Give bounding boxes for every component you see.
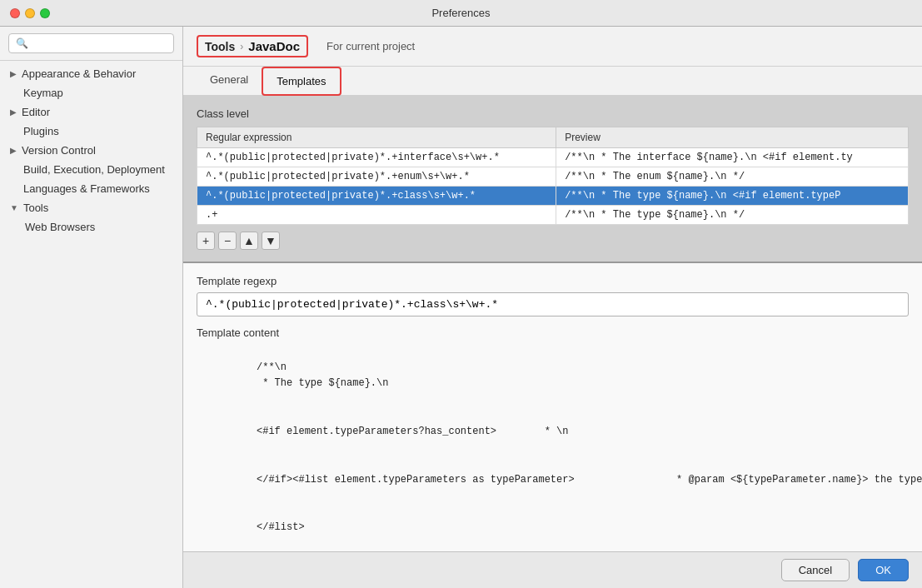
- code-line-1: /**\n: [257, 361, 287, 373]
- sidebar-item-label: Appearance & Behavior: [22, 67, 136, 80]
- sidebar-item-label: Plugins: [23, 125, 59, 137]
- preview-cell: /**\n * The type ${name}.\n <#if element…: [556, 187, 909, 206]
- remove-row-button[interactable]: −: [218, 232, 237, 250]
- template-regexp-label: Template regexp: [197, 275, 909, 287]
- sidebar-item-build[interactable]: Build, Execution, Deployment: [0, 160, 182, 179]
- cancel-button[interactable]: Cancel: [781, 559, 850, 581]
- table-toolbar: + − ▲ ▼: [197, 232, 909, 250]
- sidebar-item-version-control[interactable]: ▶ Version Control: [0, 141, 182, 160]
- table-row[interactable]: ^.*(public|protected|private)*.+enum\s+\…: [197, 167, 909, 187]
- breadcrumb: Tools › JavaDoc: [197, 35, 308, 57]
- for-project-label: For current project: [326, 40, 415, 52]
- regex-cell: ^.*(public|protected|private)*.+class\s+…: [197, 187, 556, 206]
- minimize-button[interactable]: [25, 8, 35, 18]
- col-header-preview: Preview: [556, 127, 909, 148]
- template-content-label: Template content: [197, 326, 909, 339]
- sidebar-item-editor[interactable]: ▶ Editor: [0, 102, 182, 122]
- template-regexp-input[interactable]: [197, 292, 909, 316]
- sidebar-item-tools[interactable]: ▼ Tools: [0, 198, 182, 217]
- code-line-3: <#if element.typeParameters?has_content>…: [257, 426, 568, 437]
- tab-label: General: [210, 73, 248, 86]
- footer-bar: Cancel OK: [183, 551, 922, 588]
- code-line-4: </#if><#list element.typeParameters as t…: [257, 474, 922, 486]
- tab-templates[interactable]: Templates: [262, 67, 341, 96]
- tab-label: Templates: [277, 75, 326, 87]
- search-bar: [0, 27, 182, 61]
- ok-button[interactable]: OK: [858, 559, 909, 581]
- code-line-5: </#list>: [257, 521, 305, 533]
- template-content-area: /**\n * The type ${name}.\n <#if element…: [197, 344, 909, 551]
- move-up-button[interactable]: ▲: [240, 232, 258, 250]
- class-level-label: Class level: [197, 107, 909, 120]
- sidebar-item-label: Keymap: [23, 87, 63, 99]
- sidebar-item-label: Tools: [23, 202, 48, 214]
- expand-arrow-icon: ▶: [10, 146, 17, 155]
- table-row[interactable]: .+ /**\n * The type ${name}.\n */: [197, 206, 909, 225]
- window-title-bar: Preferences: [0, 0, 922, 27]
- code-line-2: * The type ${name}.\n: [257, 377, 388, 389]
- regex-cell: ^.*(public|protected|private)*.+interfac…: [197, 148, 556, 167]
- expand-arrow-icon: ▶: [10, 69, 17, 78]
- table-row[interactable]: ^.*(public|protected|private)*.+interfac…: [197, 148, 909, 167]
- regex-cell: .+: [197, 206, 556, 225]
- preview-cell: /**\n * The enum ${name}.\n */: [556, 167, 909, 187]
- search-input[interactable]: [8, 33, 174, 53]
- sidebar-item-label: Editor: [22, 106, 50, 118]
- sidebar-item-web-browsers[interactable]: Web Browsers: [0, 217, 182, 237]
- regex-cell: ^.*(public|protected|private)*.+enum\s+\…: [197, 167, 556, 187]
- table-row[interactable]: ^.*(public|protected|private)*.+class\s+…: [197, 187, 909, 206]
- preview-cell: /**\n * The interface ${name}.\n <#if el…: [556, 148, 909, 167]
- breadcrumb-separator: ›: [240, 41, 243, 52]
- expand-arrow-icon: ▶: [10, 107, 17, 117]
- sidebar-item-keymap[interactable]: Keymap: [0, 83, 182, 102]
- breadcrumb-javadoc: JavaDoc: [248, 39, 300, 53]
- main-container: ▶ Appearance & Behavior Keymap ▶ Editor …: [0, 27, 922, 588]
- top-bar: Tools › JavaDoc For current project: [183, 27, 922, 67]
- tabs-row: General Templates: [183, 67, 922, 96]
- sidebar: ▶ Appearance & Behavior Keymap ▶ Editor …: [0, 27, 183, 588]
- sidebar-item-label: Languages & Frameworks: [23, 182, 150, 195]
- sidebar-items: ▶ Appearance & Behavior Keymap ▶ Editor …: [0, 61, 182, 588]
- window-controls: [10, 8, 50, 18]
- expand-arrow-icon: ▼: [10, 203, 18, 212]
- sidebar-item-languages[interactable]: Languages & Frameworks: [0, 179, 182, 198]
- sidebar-item-label: Web Browsers: [25, 221, 95, 233]
- col-header-regex: Regular expression: [197, 127, 556, 148]
- lower-panel: Template regexp Template content /**\n *…: [183, 262, 922, 551]
- upper-panel: Class level Regular expression Preview ^…: [183, 96, 922, 262]
- sidebar-item-appearance[interactable]: ▶ Appearance & Behavior: [0, 64, 182, 83]
- sidebar-item-plugins[interactable]: Plugins: [0, 122, 182, 141]
- move-down-button[interactable]: ▼: [262, 232, 280, 250]
- class-level-table: Regular expression Preview ^.*(public|pr…: [197, 127, 909, 225]
- preview-cell: /**\n * The type ${name}.\n */: [556, 206, 909, 225]
- breadcrumb-tools: Tools: [205, 40, 235, 53]
- add-row-button[interactable]: +: [197, 232, 215, 250]
- tab-general[interactable]: General: [197, 67, 262, 96]
- sidebar-item-label: Build, Execution, Deployment: [23, 163, 165, 176]
- sidebar-item-label: Version Control: [22, 144, 96, 157]
- maximize-button[interactable]: [40, 8, 50, 18]
- close-button[interactable]: [10, 8, 20, 18]
- window-title: Preferences: [431, 7, 490, 19]
